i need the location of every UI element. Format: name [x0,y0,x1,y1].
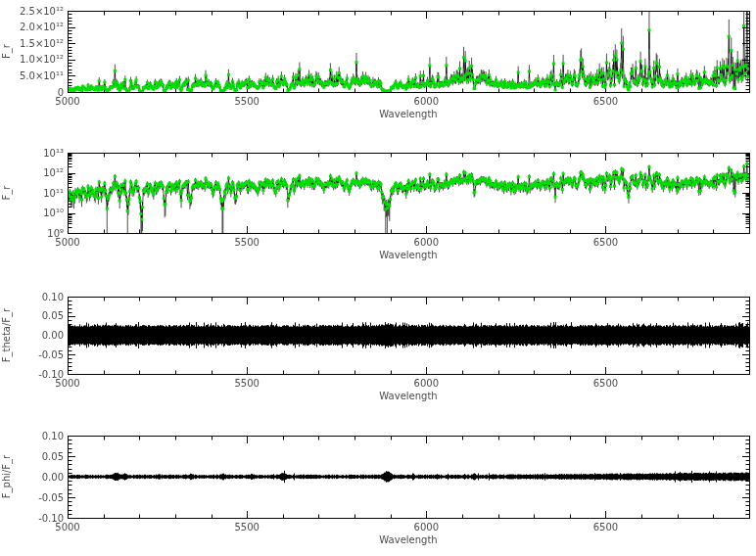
fphi-ratio-noise-panel [0,417,756,556]
ftheta-ratio-noise-panel [0,278,756,417]
spectra-figure [0,0,756,556]
flux-linear-spectrum-panel [0,0,756,139]
flux-log-spectrum-panel [0,139,756,278]
